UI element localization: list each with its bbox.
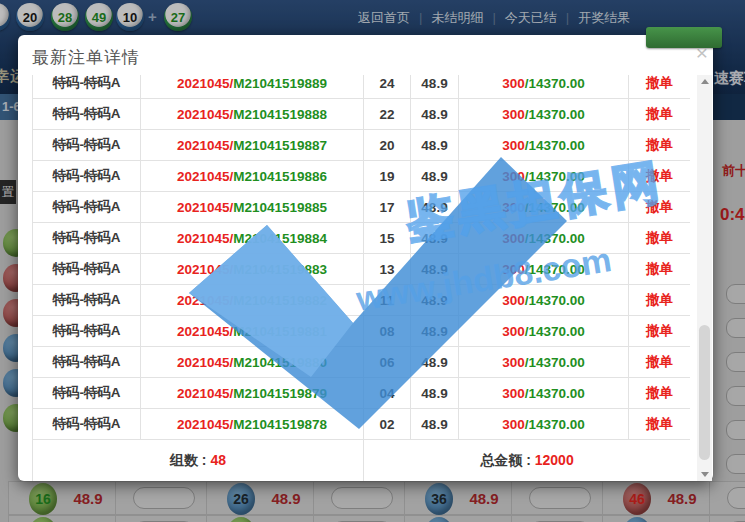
cancel-bet-link[interactable]: 撤单 bbox=[646, 199, 673, 214]
bet-details-modal: 最新注单详情 × 特码-特码A2021045/M210415198892448.… bbox=[18, 35, 713, 481]
cancel-bet-link[interactable]: 撤单 bbox=[646, 416, 673, 431]
bet-amount-total: /14370.00 bbox=[525, 200, 585, 215]
cancel-bet-link[interactable]: 撤单 bbox=[646, 354, 673, 369]
bet-order-number: 2021045/M21041519878 bbox=[141, 409, 364, 440]
bet-amount-stake: 300 bbox=[502, 76, 525, 91]
bet-row: 特码-特码A2021045/M210415198851748.9300/1437… bbox=[33, 192, 691, 223]
bet-odds: 48.9 bbox=[411, 192, 459, 223]
cancel-bet-link[interactable]: 撤单 bbox=[646, 292, 673, 307]
bet-amount-total: /14370.00 bbox=[525, 324, 585, 339]
bet-order-number: 2021045/M21041519888 bbox=[141, 99, 364, 130]
bet-order-number: 2021045/M21041519882 bbox=[141, 285, 364, 316]
cancel-bet-link[interactable]: 撤单 bbox=[646, 137, 673, 152]
scroll-down-arrow-icon[interactable] bbox=[697, 467, 712, 481]
bet-type: 特码-特码A bbox=[33, 316, 141, 347]
bet-amount-total: /14370.00 bbox=[525, 107, 585, 122]
bet-row: 特码-特码A2021045/M210415198821148.9300/1437… bbox=[33, 285, 691, 316]
bet-number: 11 bbox=[364, 285, 411, 316]
bet-amount-stake: 300 bbox=[502, 200, 525, 215]
bet-row: 特码-特码A2021045/M210415198780248.9300/1437… bbox=[33, 409, 691, 440]
bet-period: 2021045/ bbox=[177, 355, 233, 370]
total-label: 总金额 : bbox=[480, 452, 534, 468]
bet-number: 08 bbox=[364, 316, 411, 347]
bet-amount-total: /14370.00 bbox=[525, 386, 585, 401]
cancel-bet-link[interactable]: 撤单 bbox=[646, 385, 673, 400]
bet-row: 特码-特码A2021045/M210415198800648.9300/1437… bbox=[33, 347, 691, 378]
bet-amount-total: /14370.00 bbox=[525, 76, 585, 91]
bet-row: 特码-特码A2021045/M210415198810848.9300/1437… bbox=[33, 316, 691, 347]
table-scrollbar[interactable] bbox=[697, 75, 712, 481]
bet-row: 特码-特码A2021045/M210415198831348.9300/1437… bbox=[33, 254, 691, 285]
bet-row: 特码-特码A2021045/M210415198841548.9300/1437… bbox=[33, 223, 691, 254]
bet-order-number: 2021045/M21041519881 bbox=[141, 316, 364, 347]
bet-amount-total: /14370.00 bbox=[525, 355, 585, 370]
bet-number: 15 bbox=[364, 223, 411, 254]
bet-amount: 300/14370.00 bbox=[459, 161, 629, 192]
bet-order-number: 2021045/M21041519889 bbox=[141, 75, 364, 99]
cancel-bet-link[interactable]: 撤单 bbox=[646, 106, 673, 121]
bet-period: 2021045/ bbox=[177, 293, 233, 308]
bet-period: 2021045/ bbox=[177, 200, 233, 215]
bet-action-cell: 撤单 bbox=[629, 161, 691, 192]
bet-number: 22 bbox=[364, 99, 411, 130]
bet-amount: 300/14370.00 bbox=[459, 99, 629, 130]
bet-table-body: 特码-特码A2021045/M210415198892448.9300/1437… bbox=[33, 75, 691, 481]
bet-order-id: M21041519885 bbox=[233, 200, 327, 215]
bet-period: 2021045/ bbox=[177, 107, 233, 122]
table-footer-row: 组数 : 48总金额 : 12000 bbox=[33, 440, 691, 482]
cancel-bet-link[interactable]: 撤单 bbox=[646, 75, 673, 90]
groups-value: 48 bbox=[210, 452, 226, 468]
bet-amount-stake: 300 bbox=[502, 231, 525, 246]
bet-order-id: M21041519884 bbox=[233, 231, 327, 246]
bet-action-cell: 撤单 bbox=[629, 192, 691, 223]
bet-odds: 48.9 bbox=[411, 316, 459, 347]
bet-action-cell: 撤单 bbox=[629, 409, 691, 440]
bet-table-container: 特码-特码A2021045/M210415198892448.9300/1437… bbox=[32, 75, 690, 481]
bet-type: 特码-特码A bbox=[33, 285, 141, 316]
bet-row: 特码-特码A2021045/M210415198892448.9300/1437… bbox=[33, 75, 691, 99]
bet-amount-total: /14370.00 bbox=[525, 231, 585, 246]
bet-period: 2021045/ bbox=[177, 138, 233, 153]
modal-title: 最新注单详情 bbox=[32, 46, 140, 69]
bet-amount: 300/14370.00 bbox=[459, 316, 629, 347]
bet-odds: 48.9 bbox=[411, 99, 459, 130]
bet-order-id: M21041519886 bbox=[233, 169, 327, 184]
bet-period: 2021045/ bbox=[177, 417, 233, 432]
bet-order-number: 2021045/M21041519887 bbox=[141, 130, 364, 161]
bet-amount-total: /14370.00 bbox=[525, 293, 585, 308]
bet-row: 特码-特码A2021045/M210415198790448.9300/1437… bbox=[33, 378, 691, 409]
customer-service-button[interactable] bbox=[646, 27, 722, 48]
bet-period: 2021045/ bbox=[177, 386, 233, 401]
bet-action-cell: 撤单 bbox=[629, 285, 691, 316]
bet-type: 特码-特码A bbox=[33, 75, 141, 99]
bet-order-id: M21041519882 bbox=[233, 293, 327, 308]
scroll-up-arrow-icon[interactable] bbox=[697, 75, 712, 89]
bet-odds: 48.9 bbox=[411, 285, 459, 316]
bet-row: 特码-特码A2021045/M210415198861948.9300/1437… bbox=[33, 161, 691, 192]
bet-odds: 48.9 bbox=[411, 161, 459, 192]
bet-odds: 48.9 bbox=[411, 75, 459, 99]
bet-action-cell: 撤单 bbox=[629, 223, 691, 254]
bet-type: 特码-特码A bbox=[33, 161, 141, 192]
cancel-bet-link[interactable]: 撤单 bbox=[646, 261, 673, 276]
bet-order-number: 2021045/M21041519884 bbox=[141, 223, 364, 254]
bet-order-number: 2021045/M21041519879 bbox=[141, 378, 364, 409]
bet-number: 13 bbox=[364, 254, 411, 285]
cancel-bet-link[interactable]: 撤单 bbox=[646, 323, 673, 338]
bet-action-cell: 撤单 bbox=[629, 347, 691, 378]
bet-amount-total: /14370.00 bbox=[525, 138, 585, 153]
bet-type: 特码-特码A bbox=[33, 99, 141, 130]
bet-action-cell: 撤单 bbox=[629, 378, 691, 409]
bet-action-cell: 撤单 bbox=[629, 254, 691, 285]
cancel-bet-link[interactable]: 撤单 bbox=[646, 230, 673, 245]
bet-amount-stake: 300 bbox=[502, 386, 525, 401]
bet-amount-stake: 300 bbox=[502, 107, 525, 122]
bet-number: 06 bbox=[364, 347, 411, 378]
bet-amount-stake: 300 bbox=[502, 417, 525, 432]
bet-type: 特码-特码A bbox=[33, 378, 141, 409]
scrollbar-thumb[interactable] bbox=[699, 325, 710, 460]
bet-amount-stake: 300 bbox=[502, 293, 525, 308]
bet-odds: 48.9 bbox=[411, 130, 459, 161]
cancel-bet-link[interactable]: 撤单 bbox=[646, 168, 673, 183]
bet-type: 特码-特码A bbox=[33, 254, 141, 285]
